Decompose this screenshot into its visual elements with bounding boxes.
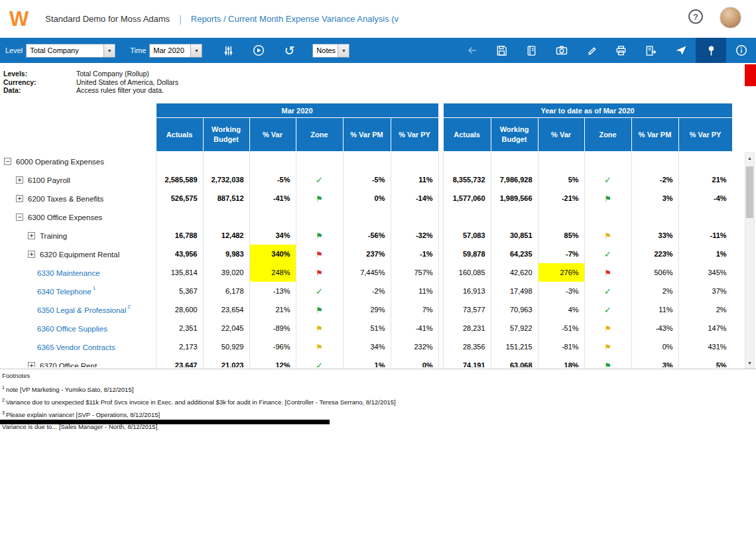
cell-working-budget: 6,178	[203, 282, 249, 300]
cell-working-budget: 2,732,038	[203, 170, 249, 189]
cell-actuals	[156, 208, 203, 226]
cell-var-py: -11%	[678, 226, 732, 245]
account-cell: +6370 Office Rent	[0, 356, 156, 368]
help-icon[interactable]: ?	[688, 9, 703, 24]
print-icon[interactable]	[606, 42, 636, 59]
group-gap	[438, 337, 443, 356]
flag-yellow-icon: ⚑	[604, 343, 611, 352]
tree-expander-plus[interactable]: +	[28, 232, 35, 239]
table-row: 6350 Legal & Professional228,60023,65421…	[0, 300, 732, 319]
chevron-down-icon: ▼	[190, 44, 202, 57]
cell-working-budget	[203, 152, 249, 170]
cell-var	[249, 208, 296, 226]
footnote-text: Variance is due to... [Sales Manager - N…	[2, 423, 157, 430]
tree-expander-plus[interactable]: +	[16, 195, 23, 202]
level-select[interactable]: Total Company ▼	[26, 44, 115, 58]
account-label[interactable]: 6365 Vendor Contracts	[37, 343, 115, 351]
group-gap	[438, 170, 443, 189]
flag-red-icon: ⚑	[604, 268, 611, 278]
notes-select[interactable]: Notes ▼	[312, 44, 349, 58]
cell-var-pm	[343, 152, 391, 170]
filter-settings-icon[interactable]	[220, 42, 237, 59]
footnote: 1note [VP Marketing - Yumiko Sato, 8/12/…	[2, 385, 756, 393]
avatar[interactable]	[720, 7, 741, 29]
pin-favorite-toggle[interactable]	[696, 38, 726, 63]
flag-red-icon: ⚑	[316, 250, 323, 259]
info-value: Access rules filter your data.	[76, 86, 164, 95]
cell-working-budget: 21,023	[203, 356, 249, 368]
footnote-number: 1	[2, 385, 5, 390]
tree-expander-plus[interactable]: +	[16, 176, 23, 184]
cell-working-budget: 17,498	[491, 282, 538, 300]
account-label[interactable]: 6340 Telephone	[37, 287, 92, 295]
cell-actuals: 59,878	[443, 245, 491, 263]
save-icon[interactable]	[487, 42, 517, 59]
breadcrumb[interactable]: Reports / Current Month Expense Variance…	[191, 14, 399, 24]
cell-var-pm: 7,445%	[343, 263, 391, 282]
run-report-icon[interactable]	[250, 42, 267, 59]
undo-icon[interactable]: ↺	[281, 42, 298, 59]
cell-var-pm: -43%	[631, 319, 678, 337]
cell-var-py: 37%	[678, 282, 732, 300]
table-row: +Training16,78812,48234%⚑-56%-32%57,0833…	[0, 226, 732, 245]
cell-var-py: -41%	[391, 319, 438, 337]
flag-green-icon: ⚑	[604, 194, 611, 204]
check-green-icon: ✓	[316, 286, 323, 296]
cell-working-budget: 50,929	[203, 337, 249, 356]
cell-var-pm	[343, 208, 391, 226]
info-row-data: Data: Access rules filter your data.	[3, 86, 178, 95]
cell-var-pm: -56%	[343, 226, 391, 245]
scroll-up-button[interactable]: ▲	[745, 153, 754, 163]
time-select[interactable]: Mar 2020 ▼	[149, 44, 202, 58]
info-value: United States of America, Dollars	[76, 78, 178, 87]
cell-var: 34%	[249, 226, 296, 245]
time-select-value: Mar 2020	[150, 44, 190, 57]
account-cell: 6365 Vendor Contracts	[0, 337, 156, 356]
cell-zone: ⚑	[296, 300, 343, 319]
cell-var: -13%	[249, 282, 296, 300]
tree-expander-plus[interactable]: +	[28, 251, 35, 258]
account-label: 6000 Operating Expenses	[16, 157, 104, 165]
info-label: Levels:	[3, 70, 76, 78]
annotate-pen-icon[interactable]	[576, 42, 606, 59]
info-row-currency: Currency: United States of America, Doll…	[3, 78, 178, 87]
info-value: Total Company (Rollup)	[76, 70, 149, 78]
cell-var-pm: 506%	[631, 263, 678, 282]
export-icon[interactable]	[636, 42, 666, 59]
cell-zone: ✓	[296, 356, 343, 368]
info-icon[interactable]	[726, 42, 756, 59]
cell-var: -7%	[538, 245, 584, 263]
tree-expander-plus[interactable]: +	[28, 362, 35, 367]
cell-actuals: 57,083	[443, 226, 491, 245]
info-label: Currency:	[3, 78, 76, 87]
account-label: 6100 Payroll	[28, 176, 70, 184]
check-green-icon: ✓	[604, 286, 611, 296]
tree-expander-minus[interactable]: −	[4, 158, 11, 165]
camera-snapshot-icon[interactable]	[546, 42, 576, 59]
account-label[interactable]: 6350 Legal & Professional	[37, 306, 126, 314]
scrollbar-thumb[interactable]	[746, 166, 753, 218]
flag-yellow-icon: ⚑	[316, 324, 323, 333]
workday-logo[interactable]: W	[9, 9, 28, 29]
cell-actuals: 2,585,589	[156, 170, 203, 189]
account-cell: −6300 Office Expenses	[0, 208, 156, 226]
footnote: 3Please explain variance! [SVP - Operati…	[2, 410, 756, 418]
send-share-icon[interactable]	[666, 42, 696, 59]
table-row: 6340 Telephone15,3676,178-13%✓-2%11%16,9…	[0, 282, 732, 300]
save-as-icon[interactable]	[517, 42, 546, 59]
cell-zone: ⚑	[584, 319, 631, 337]
chevron-down-icon: ▼	[103, 44, 115, 57]
cell-working-budget: 57,922	[491, 319, 538, 337]
cell-var-pm: 3%	[631, 356, 678, 368]
vertical-scrollbar[interactable]: ▲ ▼	[745, 152, 755, 369]
time-label: Time	[130, 46, 146, 54]
scroll-down-button[interactable]: ▼	[745, 358, 754, 368]
cell-var-py: 11%	[391, 170, 438, 189]
group-gap	[438, 282, 443, 300]
account-label[interactable]: 6330 Maintenance	[37, 268, 100, 276]
footnotes-title: Footnotes	[2, 372, 756, 379]
cell-var: 18%	[538, 356, 584, 368]
tree-expander-minus[interactable]: −	[16, 213, 23, 221]
account-label[interactable]: 6360 Office Supplies	[37, 324, 107, 332]
cell-working-budget: 9,983	[203, 245, 249, 263]
